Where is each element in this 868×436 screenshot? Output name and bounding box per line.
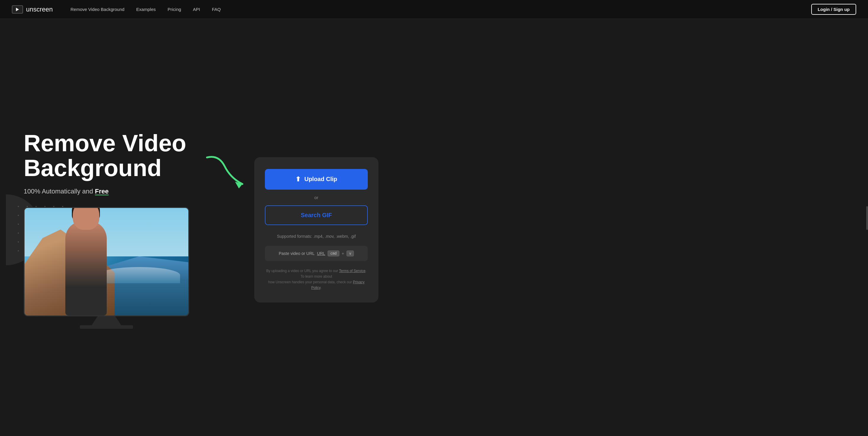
dot <box>18 215 19 216</box>
hero-right: ⬆ Upload Clip or Search GIF Supported fo… <box>254 157 378 303</box>
dot <box>18 250 19 251</box>
terms-of-service-link[interactable]: Terms of Service <box>339 269 365 273</box>
nav-links: Remove Video Background Examples Pricing… <box>71 7 811 12</box>
navbar: unscreen Remove Video Background Example… <box>0 0 868 19</box>
v-key: v <box>346 250 354 257</box>
monitor-frame <box>24 207 189 316</box>
plus-sign: + <box>342 251 344 256</box>
nav-remove-bg[interactable]: Remove Video Background <box>71 7 124 12</box>
dot <box>18 206 19 207</box>
nav-faq[interactable]: FAQ <box>212 7 221 12</box>
nav-pricing[interactable]: Pricing <box>167 7 181 12</box>
logo-icon <box>12 5 23 13</box>
dot <box>18 224 19 225</box>
paste-section: Paste video or URL URL cmd + v <box>265 246 368 261</box>
arrow-decoration <box>201 148 248 196</box>
logo-text: unscreen <box>26 6 53 13</box>
paste-label: Paste video or URL <box>279 251 315 256</box>
cmd-key: cmd <box>328 250 339 257</box>
terms-text: By uploading a video or URL you agree to… <box>265 268 368 291</box>
upload-icon: ⬆ <box>296 175 301 183</box>
scroll-handle[interactable] <box>866 206 868 230</box>
monitor-container <box>24 207 189 329</box>
upload-btn-label: Upload Clip <box>304 176 337 182</box>
hero-section: Remove Video Background 100% Automatical… <box>0 0 868 436</box>
terms-end: . <box>320 286 321 290</box>
subtitle-normal: 100% Automatically and <box>24 188 95 195</box>
upload-card: ⬆ Upload Clip or Search GIF Supported fo… <box>254 157 378 303</box>
or-divider: or <box>265 195 368 200</box>
dot <box>18 232 19 234</box>
monitor-base <box>80 325 133 329</box>
terms-line1: By uploading a video or URL you agree to… <box>267 269 339 273</box>
nav-examples[interactable]: Examples <box>136 7 156 12</box>
hero-title-line1: Remove Video <box>24 130 186 156</box>
url-text: URL <box>317 251 325 256</box>
person-head <box>73 208 99 230</box>
monitor-screen <box>25 208 188 315</box>
supported-formats: Supported formats: .mp4, .mov, .webm, .g… <box>265 234 368 239</box>
login-button[interactable]: Login / Sign up <box>811 4 856 15</box>
hero-left: Remove Video Background 100% Automatical… <box>24 131 230 329</box>
upload-clip-button[interactable]: ⬆ Upload Clip <box>265 169 368 190</box>
monitor-stand <box>92 316 121 325</box>
nav-api[interactable]: API <box>193 7 200 12</box>
person-silhouette <box>49 208 123 315</box>
logo[interactable]: unscreen <box>12 5 53 13</box>
person-body <box>65 221 107 315</box>
search-gif-button[interactable]: Search GIF <box>265 205 368 225</box>
hero-title: Remove Video Background <box>24 131 230 180</box>
terms-line3: how Unscreen handles your personal data,… <box>268 280 353 284</box>
hero-subtitle: 100% Automatically and Free <box>24 188 230 195</box>
hero-title-line2: Background <box>24 155 162 181</box>
subtitle-bold: Free <box>95 188 108 195</box>
dot <box>18 241 19 242</box>
